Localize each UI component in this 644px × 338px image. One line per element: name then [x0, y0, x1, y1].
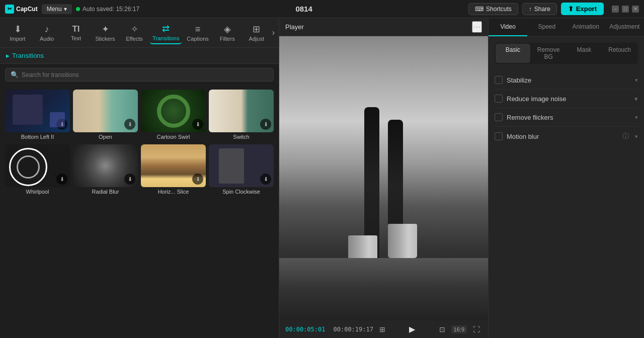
topbar: ✂ CapCut Menu ▾ Auto saved: 15:26:17 081…	[0, 0, 644, 18]
stabilize-label: Stabilize	[507, 76, 629, 84]
transitions-title: Transitions	[6, 52, 273, 59]
transition-item-radialblur[interactable]: ⬇ Radial Blur	[73, 144, 138, 196]
tab-effects[interactable]: ✧ Effects	[121, 22, 148, 44]
download-badge-1[interactable]: ⬇	[124, 119, 135, 130]
tab-adjustment[interactable]: Adjustment	[605, 18, 644, 36]
transition-item-spinclockwise[interactable]: ⬇ Spin Clockwise	[209, 144, 274, 196]
tab-adjust-label: Adjust	[249, 36, 264, 42]
search-input[interactable]	[22, 71, 268, 78]
tab-audio[interactable]: ♪ Audio	[33, 22, 60, 44]
transition-thumb-swirl: ⬇	[141, 90, 206, 132]
motion-blur-checkbox[interactable]	[495, 132, 503, 140]
transition-label-3: Switch	[232, 132, 250, 141]
remove-flickers-arrow-icon: ▾	[635, 114, 638, 121]
download-badge-0[interactable]: ⬇	[56, 119, 67, 130]
transition-item-swirl[interactable]: ⬇ Cartoon Swirl	[141, 90, 206, 141]
search-input-wrap: 🔍	[5, 68, 274, 81]
download-badge-3[interactable]: ⬇	[260, 119, 271, 130]
transition-thumb-horizslice: ⬇	[141, 144, 206, 187]
player-header: Player ⋯	[279, 18, 488, 36]
time-current: 00:00:05:01	[285, 326, 325, 333]
play-button[interactable]: ▶	[406, 323, 418, 335]
transition-item-horizslice[interactable]: ⬇ Horiz... Slice	[141, 144, 206, 196]
reduce-noise-checkbox[interactable]	[495, 95, 503, 103]
right-tabs: Video Speed Animation Adjustment	[489, 18, 644, 37]
download-badge-2[interactable]: ⬇	[192, 119, 203, 130]
tab-text[interactable]: TI Text	[62, 22, 90, 43]
transition-thumb-whirlpool: ⬇	[5, 144, 70, 187]
transitions-header: Transitions	[0, 48, 279, 64]
player-more-button[interactable]: ⋯	[472, 21, 482, 33]
maximize-button[interactable]: □	[622, 6, 629, 13]
screenshot-button[interactable]: ⊡	[437, 324, 447, 334]
video-frame	[279, 36, 488, 320]
left-panel: ⬇ Import ♪ Audio TI Text ✦ Stickers ✧ Ef…	[0, 18, 279, 338]
tab-filters[interactable]: ◈ Filters	[214, 22, 241, 44]
tab-transitions-label: Transitions	[152, 35, 179, 41]
tab-stickers[interactable]: ✦ Stickers	[92, 22, 119, 44]
share-button[interactable]: ↑ Share	[522, 3, 557, 15]
transition-thumb-radialblur: ⬇	[73, 144, 138, 187]
tab-adjust[interactable]: ⊞ Adjust	[243, 22, 270, 44]
transition-thumb-open: ⬇	[73, 90, 138, 132]
toolbar-tabs: ⬇ Import ♪ Audio TI Text ✦ Stickers ✧ Ef…	[0, 18, 279, 48]
close-button[interactable]: ✕	[632, 6, 639, 13]
subtab-basic[interactable]: Basic	[496, 44, 530, 63]
more-tabs-button[interactable]: ›	[272, 28, 275, 37]
transition-item-open[interactable]: ⬇ Open	[73, 90, 138, 141]
download-badge-4[interactable]: ⬇	[56, 174, 67, 185]
setting-remove-flickers: Remove flickers ▾	[495, 108, 638, 127]
transition-item-bottomleft[interactable]: ⬇ Bottom Left II	[5, 90, 70, 141]
player-video	[279, 36, 488, 320]
player-controls: 00:00:05:01 00:00:19:17 ⊞ ▶ ⊡ 16:9 ⛶	[279, 320, 488, 338]
menu-button[interactable]: Menu ▾	[42, 4, 72, 14]
minimize-button[interactable]: –	[612, 6, 619, 13]
download-badge-7[interactable]: ⬇	[260, 174, 271, 185]
right-panel: Video Speed Animation Adjustment Basic R…	[488, 18, 644, 338]
tab-import[interactable]: ⬇ Import	[4, 22, 31, 44]
window-controls: – □ ✕	[612, 6, 639, 13]
remove-flickers-checkbox[interactable]	[495, 113, 503, 121]
motion-blur-arrow-icon: ▾	[635, 133, 638, 140]
tab-audio-label: Audio	[40, 36, 54, 42]
grid-view-button[interactable]: ⊞	[377, 324, 387, 334]
transition-label-1: Open	[98, 132, 113, 141]
video-shoe-right	[388, 224, 417, 258]
download-badge-5[interactable]: ⬇	[124, 174, 135, 185]
transition-item-whirlpool[interactable]: ⬇ Whirlpool	[5, 144, 70, 196]
transition-item-switch[interactable]: ⬇ Switch	[209, 90, 274, 141]
subtab-removebg[interactable]: Remove BG	[531, 44, 566, 63]
transition-label-2: Cartoon Swirl	[155, 132, 191, 141]
tab-animation[interactable]: Animation	[567, 18, 605, 36]
stabilize-checkbox[interactable]	[495, 76, 503, 84]
reduce-noise-info-icon: ▾	[634, 95, 638, 103]
stabilize-arrow-icon: ▾	[635, 77, 638, 83]
app-logo: ✂ CapCut	[5, 5, 38, 14]
export-icon: ⬆	[568, 5, 574, 13]
transition-label-5: Radial Blur	[91, 187, 120, 196]
tab-speed[interactable]: Speed	[527, 18, 566, 36]
autosave-dot-icon	[76, 7, 80, 11]
subtab-retouch[interactable]: Retouch	[602, 44, 637, 63]
tab-transitions[interactable]: ⇄ Transitions	[150, 21, 182, 44]
tab-captions[interactable]: ≡ Captions	[184, 22, 211, 44]
autosave-text: Auto saved: 15:26:17	[83, 6, 139, 13]
autosave-indicator: Auto saved: 15:26:17	[76, 6, 139, 13]
subtab-mask[interactable]: Mask	[567, 44, 602, 63]
import-icon: ⬇	[14, 24, 22, 35]
setting-reduce-noise: Reduce image noise ▾	[495, 90, 638, 108]
time-total: 00:00:19:17	[333, 326, 373, 333]
fullscreen-button[interactable]: ⛶	[471, 324, 482, 334]
captions-icon: ≡	[195, 24, 201, 35]
export-button[interactable]: ⬆ Export	[561, 3, 604, 15]
setting-stabilize: Stabilize ▾	[495, 71, 638, 90]
tab-filters-label: Filters	[220, 36, 235, 42]
tab-video[interactable]: Video	[489, 18, 527, 36]
transition-thumb-spinclockwise: ⬇	[209, 144, 274, 187]
right-content: Basic Remove BG Mask Retouch Stabilize ▾	[489, 37, 644, 338]
transition-label-7: Spin Clockwise	[221, 187, 261, 196]
download-badge-6[interactable]: ⬇	[192, 174, 203, 185]
search-icon: 🔍	[11, 71, 19, 78]
shortcuts-button[interactable]: ⌨ Shortcuts	[468, 3, 518, 15]
transitions-search-bar: 🔍	[0, 64, 279, 86]
